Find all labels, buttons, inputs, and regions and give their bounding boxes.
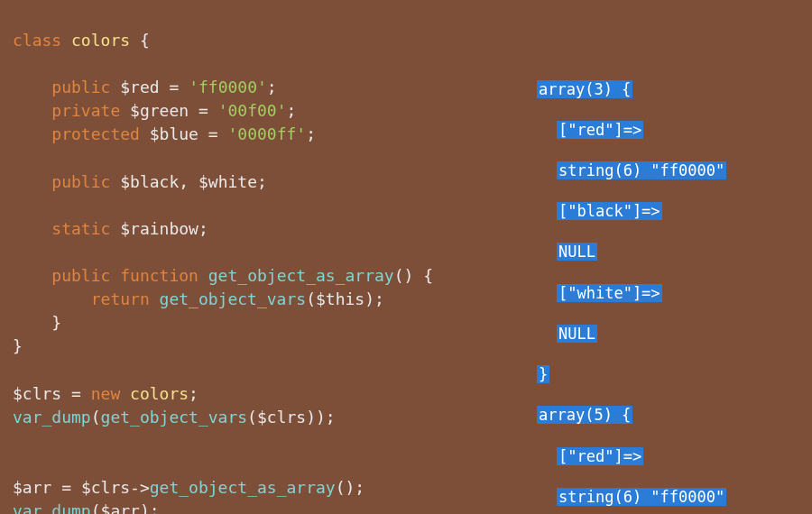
assign: = — [61, 478, 71, 497]
string-literal: '00f00' — [218, 101, 287, 120]
semicolon: ; — [189, 384, 198, 403]
method-call: get_object_as_array — [150, 478, 336, 497]
assign: = — [198, 101, 208, 120]
output-text: string(6) "ff0000" — [557, 488, 726, 506]
output-text: array(3) { — [537, 80, 632, 98]
code-line: $arr = $clrs->get_object_as_array(); — [13, 478, 364, 497]
keyword-visibility: protected — [51, 124, 140, 143]
paren-close: ); — [364, 289, 384, 308]
paren-open: ( — [247, 408, 257, 427]
output-text: NULL — [557, 243, 597, 261]
class-name: colors — [130, 384, 189, 403]
variable: $black — [120, 172, 179, 191]
output-line: string(6) "ff0000" — [537, 487, 726, 508]
variable: $clrs — [81, 478, 130, 497]
code-line: var_dump($arr); — [13, 501, 160, 514]
output-line: } — [537, 364, 726, 385]
variable: $arr — [13, 478, 51, 497]
keyword-return: return — [91, 289, 150, 308]
arrow-operator: -> — [130, 478, 150, 497]
semicolon: ; — [267, 78, 277, 96]
keyword-visibility: public — [51, 78, 110, 96]
variable: $rainbow — [120, 219, 198, 238]
code-line: public $black, $white; — [13, 172, 267, 191]
semicolon: ; — [355, 478, 364, 497]
assign: = — [71, 384, 81, 403]
code-line: protected $blue = '0000ff'; — [13, 124, 316, 143]
code-editor[interactable]: class colors { public $red = 'ff0000'; p… — [13, 5, 433, 514]
output-line: NULL — [537, 242, 726, 262]
output-line: ["white"]=> — [537, 283, 726, 304]
builtin-call: get_object_vars — [160, 289, 307, 308]
semicolon: ; — [257, 172, 267, 191]
variable: $arr — [101, 501, 140, 514]
parens: () — [394, 266, 414, 285]
output-line: ["red"]=> — [537, 120, 726, 141]
assign: = — [208, 124, 218, 143]
output-text: string(6) "ff0000" — [557, 161, 726, 179]
output-text: array(5) { — [537, 406, 632, 424]
keyword-class: class — [13, 31, 61, 50]
output-panel[interactable]: array(3) { ["red"]=> string(6) "ff0000" … — [537, 59, 726, 514]
keyword-new: new — [91, 384, 121, 403]
brace-close: } — [13, 336, 23, 355]
semicolon: ; — [286, 101, 296, 120]
paren-close: )); — [306, 408, 336, 427]
code-line: var_dump(get_object_vars($clrs)); — [13, 408, 336, 427]
output-line: array(3) { — [537, 79, 726, 100]
function-call: var_dump — [13, 501, 91, 514]
brace-close: } — [51, 313, 61, 332]
keyword-static: static — [51, 219, 110, 238]
output-line: array(5) { — [537, 405, 726, 426]
code-line: } — [13, 313, 61, 332]
output-line: string(6) "ff0000" — [537, 161, 726, 181]
comma: , — [179, 172, 189, 191]
output-text: ["white"]=> — [557, 284, 662, 302]
paren-open: ( — [306, 289, 316, 308]
code-line: return get_object_vars($this); — [13, 289, 384, 308]
output-text: NULL — [557, 325, 597, 343]
variable: $this — [316, 289, 364, 308]
function-call: var_dump — [13, 408, 91, 427]
code-line: public function get_object_as_array() { — [13, 266, 433, 285]
variable: $green — [130, 101, 189, 120]
output-line: ["black"]=> — [537, 201, 726, 222]
variable: $blue — [150, 124, 198, 143]
variable: $clrs — [13, 384, 61, 403]
string-literal: 'ff0000' — [189, 78, 267, 96]
code-line: $clrs = new colors; — [13, 384, 198, 403]
code-line: class colors { — [13, 31, 150, 50]
code-line: static $rainbow; — [13, 219, 208, 238]
output-line: NULL — [537, 324, 726, 344]
variable: $clrs — [257, 408, 306, 427]
code-line: } — [13, 336, 23, 355]
brace-open: { — [140, 31, 150, 50]
keyword-visibility: private — [51, 101, 120, 120]
code-line: public $red = 'ff0000'; — [13, 78, 277, 96]
variable: $red — [120, 78, 159, 96]
paren-open: ( — [91, 501, 101, 514]
class-name: colors — [71, 31, 130, 50]
function-name: get_object_as_array — [208, 266, 394, 285]
output-text: ["red"]=> — [557, 447, 643, 465]
keyword-visibility: public — [51, 266, 110, 285]
paren-open: ( — [91, 408, 101, 427]
parens: () — [336, 478, 355, 497]
paren-close: ); — [140, 501, 160, 514]
variable: $white — [198, 172, 257, 191]
semicolon: ; — [198, 219, 208, 238]
keyword-function: function — [120, 266, 198, 285]
keyword-visibility: public — [51, 172, 110, 191]
output-text: } — [537, 365, 549, 383]
output-line: ["red"]=> — [537, 446, 726, 467]
builtin-call: get_object_vars — [101, 408, 248, 427]
output-text: ["red"]=> — [557, 121, 643, 139]
output-text: ["black"]=> — [557, 202, 662, 220]
code-line: private $green = '00f00'; — [13, 101, 296, 120]
assign: = — [169, 78, 179, 96]
semicolon: ; — [306, 124, 316, 143]
string-literal: '0000ff' — [227, 124, 306, 143]
brace-open: { — [423, 266, 433, 285]
